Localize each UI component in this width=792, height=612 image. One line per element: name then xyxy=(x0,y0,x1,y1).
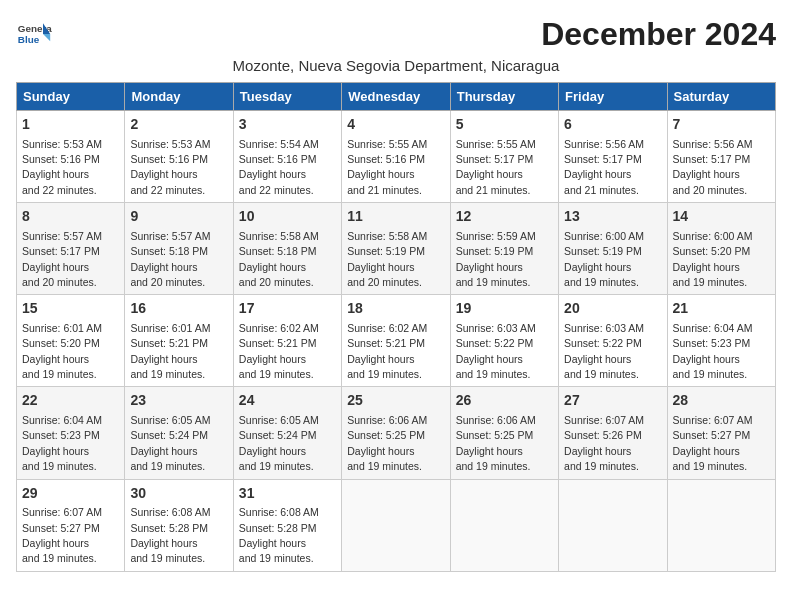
calendar-day-cell: 5 Sunrise: 5:55 AMSunset: 5:17 PMDayligh… xyxy=(450,111,558,203)
day-info: Sunrise: 5:56 AMSunset: 5:17 PMDaylight … xyxy=(564,138,644,196)
calendar-week-row: 29 Sunrise: 6:07 AMSunset: 5:27 PMDaylig… xyxy=(17,479,776,571)
calendar-week-row: 8 Sunrise: 5:57 AMSunset: 5:17 PMDayligh… xyxy=(17,203,776,295)
day-number: 19 xyxy=(456,299,553,319)
day-info: Sunrise: 5:53 AMSunset: 5:16 PMDaylight … xyxy=(22,138,102,196)
day-info: Sunrise: 6:01 AMSunset: 5:20 PMDaylight … xyxy=(22,322,102,380)
day-info: Sunrise: 6:03 AMSunset: 5:22 PMDaylight … xyxy=(564,322,644,380)
day-info: Sunrise: 6:01 AMSunset: 5:21 PMDaylight … xyxy=(130,322,210,380)
calendar-day-cell xyxy=(667,479,775,571)
calendar-day-cell: 20 Sunrise: 6:03 AMSunset: 5:22 PMDaylig… xyxy=(559,295,667,387)
calendar-day-cell: 24 Sunrise: 6:05 AMSunset: 5:24 PMDaylig… xyxy=(233,387,341,479)
day-info: Sunrise: 5:55 AMSunset: 5:16 PMDaylight … xyxy=(347,138,427,196)
calendar-day-cell: 11 Sunrise: 5:58 AMSunset: 5:19 PMDaylig… xyxy=(342,203,450,295)
day-info: Sunrise: 5:55 AMSunset: 5:17 PMDaylight … xyxy=(456,138,536,196)
day-number: 20 xyxy=(564,299,661,319)
day-info: Sunrise: 5:54 AMSunset: 5:16 PMDaylight … xyxy=(239,138,319,196)
calendar-day-cell: 25 Sunrise: 6:06 AMSunset: 5:25 PMDaylig… xyxy=(342,387,450,479)
day-info: Sunrise: 6:08 AMSunset: 5:28 PMDaylight … xyxy=(239,506,319,564)
day-info: Sunrise: 5:53 AMSunset: 5:16 PMDaylight … xyxy=(130,138,210,196)
calendar-week-row: 15 Sunrise: 6:01 AMSunset: 5:20 PMDaylig… xyxy=(17,295,776,387)
weekday-header-cell: Saturday xyxy=(667,83,775,111)
logo: General Blue xyxy=(16,16,56,52)
calendar-body: 1 Sunrise: 5:53 AMSunset: 5:16 PMDayligh… xyxy=(17,111,776,572)
calendar-day-cell: 21 Sunrise: 6:04 AMSunset: 5:23 PMDaylig… xyxy=(667,295,775,387)
day-number: 3 xyxy=(239,115,336,135)
day-info: Sunrise: 6:07 AMSunset: 5:27 PMDaylight … xyxy=(22,506,102,564)
calendar-day-cell: 17 Sunrise: 6:02 AMSunset: 5:21 PMDaylig… xyxy=(233,295,341,387)
calendar-day-cell: 23 Sunrise: 6:05 AMSunset: 5:24 PMDaylig… xyxy=(125,387,233,479)
weekday-header-cell: Tuesday xyxy=(233,83,341,111)
calendar-day-cell: 16 Sunrise: 6:01 AMSunset: 5:21 PMDaylig… xyxy=(125,295,233,387)
calendar-day-cell: 2 Sunrise: 5:53 AMSunset: 5:16 PMDayligh… xyxy=(125,111,233,203)
calendar-day-cell: 1 Sunrise: 5:53 AMSunset: 5:16 PMDayligh… xyxy=(17,111,125,203)
weekday-header-cell: Thursday xyxy=(450,83,558,111)
calendar-day-cell: 10 Sunrise: 5:58 AMSunset: 5:18 PMDaylig… xyxy=(233,203,341,295)
day-number: 30 xyxy=(130,484,227,504)
calendar-day-cell: 15 Sunrise: 6:01 AMSunset: 5:20 PMDaylig… xyxy=(17,295,125,387)
calendar-day-cell: 26 Sunrise: 6:06 AMSunset: 5:25 PMDaylig… xyxy=(450,387,558,479)
calendar-day-cell: 8 Sunrise: 5:57 AMSunset: 5:17 PMDayligh… xyxy=(17,203,125,295)
calendar-day-cell: 14 Sunrise: 6:00 AMSunset: 5:20 PMDaylig… xyxy=(667,203,775,295)
day-number: 21 xyxy=(673,299,770,319)
day-number: 2 xyxy=(130,115,227,135)
day-number: 18 xyxy=(347,299,444,319)
day-info: Sunrise: 6:06 AMSunset: 5:25 PMDaylight … xyxy=(456,414,536,472)
calendar-day-cell: 12 Sunrise: 5:59 AMSunset: 5:19 PMDaylig… xyxy=(450,203,558,295)
day-info: Sunrise: 5:59 AMSunset: 5:19 PMDaylight … xyxy=(456,230,536,288)
day-info: Sunrise: 5:58 AMSunset: 5:19 PMDaylight … xyxy=(347,230,427,288)
calendar-day-cell: 7 Sunrise: 5:56 AMSunset: 5:17 PMDayligh… xyxy=(667,111,775,203)
day-number: 8 xyxy=(22,207,119,227)
day-info: Sunrise: 5:58 AMSunset: 5:18 PMDaylight … xyxy=(239,230,319,288)
day-number: 17 xyxy=(239,299,336,319)
day-number: 23 xyxy=(130,391,227,411)
day-info: Sunrise: 6:07 AMSunset: 5:27 PMDaylight … xyxy=(673,414,753,472)
day-number: 16 xyxy=(130,299,227,319)
day-number: 22 xyxy=(22,391,119,411)
weekday-header-row: SundayMondayTuesdayWednesdayThursdayFrid… xyxy=(17,83,776,111)
calendar-week-row: 22 Sunrise: 6:04 AMSunset: 5:23 PMDaylig… xyxy=(17,387,776,479)
day-number: 31 xyxy=(239,484,336,504)
day-info: Sunrise: 6:04 AMSunset: 5:23 PMDaylight … xyxy=(673,322,753,380)
calendar-day-cell xyxy=(450,479,558,571)
day-number: 6 xyxy=(564,115,661,135)
calendar-week-row: 1 Sunrise: 5:53 AMSunset: 5:16 PMDayligh… xyxy=(17,111,776,203)
day-number: 27 xyxy=(564,391,661,411)
day-number: 5 xyxy=(456,115,553,135)
day-number: 11 xyxy=(347,207,444,227)
day-info: Sunrise: 6:02 AMSunset: 5:21 PMDaylight … xyxy=(239,322,319,380)
calendar-table: SundayMondayTuesdayWednesdayThursdayFrid… xyxy=(16,82,776,572)
header: General Blue December 2024 xyxy=(16,16,776,53)
weekday-header-cell: Sunday xyxy=(17,83,125,111)
day-number: 14 xyxy=(673,207,770,227)
day-info: Sunrise: 6:08 AMSunset: 5:28 PMDaylight … xyxy=(130,506,210,564)
day-info: Sunrise: 6:00 AMSunset: 5:19 PMDaylight … xyxy=(564,230,644,288)
day-number: 12 xyxy=(456,207,553,227)
svg-marker-3 xyxy=(43,34,50,41)
calendar-day-cell: 9 Sunrise: 5:57 AMSunset: 5:18 PMDayligh… xyxy=(125,203,233,295)
day-number: 4 xyxy=(347,115,444,135)
day-number: 7 xyxy=(673,115,770,135)
day-info: Sunrise: 5:56 AMSunset: 5:17 PMDaylight … xyxy=(673,138,753,196)
calendar-day-cell xyxy=(342,479,450,571)
calendar-day-cell: 29 Sunrise: 6:07 AMSunset: 5:27 PMDaylig… xyxy=(17,479,125,571)
day-info: Sunrise: 6:07 AMSunset: 5:26 PMDaylight … xyxy=(564,414,644,472)
page-container: General Blue December 2024 Mozonte, Nuev… xyxy=(16,16,776,572)
day-number: 9 xyxy=(130,207,227,227)
day-number: 1 xyxy=(22,115,119,135)
calendar-day-cell: 28 Sunrise: 6:07 AMSunset: 5:27 PMDaylig… xyxy=(667,387,775,479)
day-number: 13 xyxy=(564,207,661,227)
calendar-day-cell: 13 Sunrise: 6:00 AMSunset: 5:19 PMDaylig… xyxy=(559,203,667,295)
day-info: Sunrise: 6:03 AMSunset: 5:22 PMDaylight … xyxy=(456,322,536,380)
calendar-day-cell: 18 Sunrise: 6:02 AMSunset: 5:21 PMDaylig… xyxy=(342,295,450,387)
weekday-header-cell: Wednesday xyxy=(342,83,450,111)
day-number: 26 xyxy=(456,391,553,411)
weekday-header-cell: Monday xyxy=(125,83,233,111)
calendar-day-cell: 22 Sunrise: 6:04 AMSunset: 5:23 PMDaylig… xyxy=(17,387,125,479)
calendar-day-cell xyxy=(559,479,667,571)
calendar-day-cell: 31 Sunrise: 6:08 AMSunset: 5:28 PMDaylig… xyxy=(233,479,341,571)
calendar-day-cell: 30 Sunrise: 6:08 AMSunset: 5:28 PMDaylig… xyxy=(125,479,233,571)
day-number: 29 xyxy=(22,484,119,504)
day-info: Sunrise: 5:57 AMSunset: 5:17 PMDaylight … xyxy=(22,230,102,288)
day-number: 25 xyxy=(347,391,444,411)
calendar-day-cell: 19 Sunrise: 6:03 AMSunset: 5:22 PMDaylig… xyxy=(450,295,558,387)
